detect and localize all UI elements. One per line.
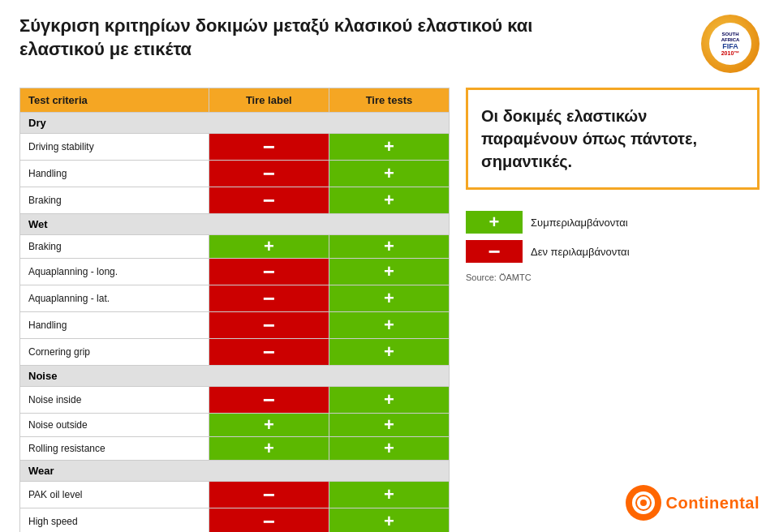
plus-symbol: + xyxy=(384,290,394,307)
comparison-table: Test criteria Tire label Tire tests Dry … xyxy=(19,88,450,532)
tire-label-cell: − xyxy=(209,161,329,187)
tire-label-cell: − xyxy=(209,259,329,285)
table-row: High speed − + xyxy=(20,508,450,533)
row-label: Aquaplanning - lat. xyxy=(20,285,209,312)
minus-symbol: − xyxy=(263,389,275,410)
category-wet-label: Wet xyxy=(20,214,450,235)
info-box-text: Οι δοκιμές ελαστικών παραμένουν όπως πάν… xyxy=(481,105,744,173)
table-row: Noise inside − + xyxy=(20,387,450,414)
right-panel: Οι δοκιμές ελαστικών παραμένουν όπως πάν… xyxy=(466,88,760,282)
tire-label-cell: − xyxy=(209,312,329,339)
tire-label-cell: − xyxy=(209,285,329,312)
header: Σύγκριση κριτηρίων δοκιμών μεταξύ κλασικ… xyxy=(19,15,760,73)
table-row: Aquaplanning - lat. − + xyxy=(20,285,450,312)
tire-label-cell: + xyxy=(209,414,329,437)
minus-symbol: − xyxy=(263,136,275,157)
table-row: Aquaplanning - long. − + xyxy=(20,259,450,285)
plus-symbol: + xyxy=(384,391,394,409)
legend-not-included: − Δεν περιλαμβάνονται xyxy=(466,240,760,263)
legend-minus-symbol: − xyxy=(488,241,500,262)
legend-included: + Συμπεριλαμβάνονται xyxy=(466,211,760,234)
category-noise-label: Noise xyxy=(20,366,450,387)
minus-symbol: − xyxy=(263,511,275,532)
plus-symbol: + xyxy=(384,238,394,255)
table-row: PAK oil level − + xyxy=(20,482,450,508)
tire-test-cell: + xyxy=(329,259,449,285)
tire-test-cell: + xyxy=(329,437,449,461)
tire-label-cell: − xyxy=(209,387,329,414)
table-header-row: Test criteria Tire label Tire tests xyxy=(20,88,450,113)
table-section: Test criteria Tire label Tire tests Dry … xyxy=(19,88,450,532)
tire-test-cell: + xyxy=(329,134,449,161)
tire-label-cell: + xyxy=(209,235,329,259)
plus-symbol: + xyxy=(384,486,394,504)
page-title: Σύγκριση κριτηρίων δοκιμών μεταξύ κλασικ… xyxy=(19,15,571,61)
tire-test-cell: + xyxy=(329,187,449,214)
page-wrapper: Σύγκριση κριτηρίων δοκιμών μεταξύ κλασικ… xyxy=(0,0,779,532)
legend-red-box: − xyxy=(466,240,523,263)
legend-plus-symbol: + xyxy=(489,213,500,231)
table-row: Driving stability − + xyxy=(20,134,450,161)
col-tire-label: Tire label xyxy=(209,88,329,113)
tire-test-cell: + xyxy=(329,387,449,414)
table-row: Handling − + xyxy=(20,312,450,339)
legend-included-label: Συμπεριλαμβάνονται xyxy=(531,217,628,229)
tire-label-cell: − xyxy=(209,339,329,366)
plus-symbol: + xyxy=(264,440,274,457)
plus-symbol: + xyxy=(384,343,394,361)
table-row: Handling − + xyxy=(20,161,450,187)
plus-symbol: + xyxy=(264,238,274,255)
minus-symbol: − xyxy=(263,163,275,184)
row-label: Braking xyxy=(20,235,209,259)
col-tire-tests: Tire tests xyxy=(329,88,449,113)
table-row: Braking + + xyxy=(20,235,450,259)
row-label: PAK oil level xyxy=(20,482,209,508)
category-wear-label: Wear xyxy=(20,461,450,482)
minus-symbol: − xyxy=(263,484,275,505)
tire-label-cell: − xyxy=(209,134,329,161)
main-content: Test criteria Tire label Tire tests Dry … xyxy=(19,88,760,532)
row-label: High speed xyxy=(20,508,209,533)
row-label: Noise outside xyxy=(20,414,209,437)
source-text: Source: ÖAMTC xyxy=(466,272,760,282)
svg-point-1 xyxy=(640,500,647,506)
plus-symbol: + xyxy=(264,416,274,434)
plus-symbol: + xyxy=(384,263,394,281)
legend-green-box: + xyxy=(466,211,523,234)
table-row: Rolling resistance + + xyxy=(20,437,450,461)
info-box: Οι δοκιμές ελαστικών παραμένουν όπως πάν… xyxy=(466,88,760,190)
continental-logo: Continental xyxy=(626,485,760,521)
category-wear: Wear xyxy=(20,461,450,482)
tire-label-cell: − xyxy=(209,187,329,214)
minus-symbol: − xyxy=(263,341,275,363)
table-row: Braking − + xyxy=(20,187,450,214)
minus-symbol: − xyxy=(263,288,275,309)
table-row: Noise outside + + xyxy=(20,414,450,437)
fifa-logo: SOUTHAFRICA FIFA 2010™ xyxy=(701,15,760,73)
tire-label-cell: + xyxy=(209,437,329,461)
plus-symbol: + xyxy=(384,440,394,457)
continental-name-text: Continental xyxy=(666,494,760,513)
minus-symbol: − xyxy=(263,261,275,282)
table-row: Cornering grip − + xyxy=(20,339,450,366)
col-criteria: Test criteria xyxy=(20,88,209,113)
continental-icon xyxy=(635,494,652,512)
row-label: Aquaplanning - long. xyxy=(20,259,209,285)
category-wet: Wet xyxy=(20,214,450,235)
minus-symbol: − xyxy=(263,315,275,336)
category-noise: Noise xyxy=(20,366,450,387)
plus-symbol: + xyxy=(384,138,394,156)
tire-test-cell: + xyxy=(329,339,449,366)
continental-circle xyxy=(626,485,661,521)
category-dry-label: Dry xyxy=(20,113,450,134)
row-label: Driving stability xyxy=(20,134,209,161)
plus-symbol: + xyxy=(384,316,394,334)
tire-test-cell: + xyxy=(329,161,449,187)
legend-not-included-label: Δεν περιλαμβάνονται xyxy=(531,246,630,258)
row-label: Braking xyxy=(20,187,209,214)
row-label: Rolling resistance xyxy=(20,437,209,461)
tire-label-cell: − xyxy=(209,482,329,508)
row-label: Handling xyxy=(20,312,209,339)
plus-symbol: + xyxy=(384,165,394,182)
legend: + Συμπεριλαμβάνονται − Δεν περιλαμβάνοντ… xyxy=(466,211,760,282)
